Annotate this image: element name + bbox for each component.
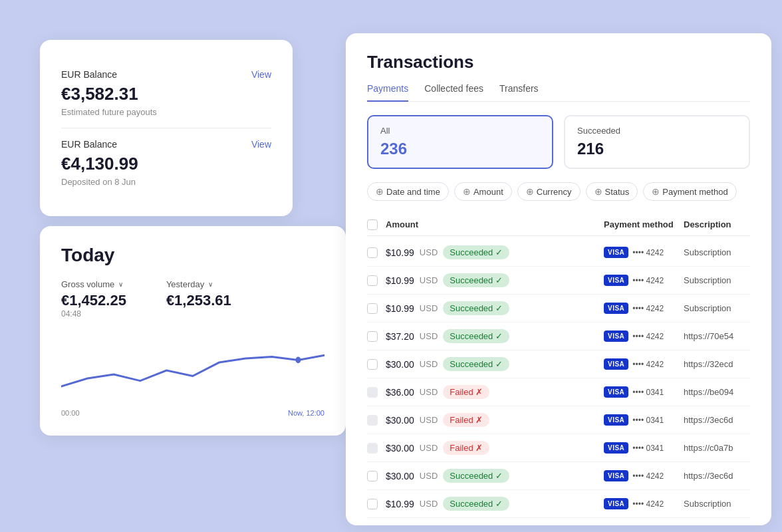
row-checkbox-cell	[367, 387, 386, 398]
visa-badge: VISA	[604, 358, 628, 370]
status-badge: Succeeded ✓	[443, 469, 509, 483]
view-link-2[interactable]: View	[251, 139, 271, 150]
status-badge: Failed ✗	[443, 441, 489, 455]
visa-badge: VISA	[604, 498, 628, 509]
amount-cell: $37.20 USD Succeeded ✓	[386, 329, 604, 343]
tab-transfers[interactable]: Transfers	[499, 83, 539, 102]
card-dots: •••• 0341	[632, 444, 664, 453]
gross-volume-metric: Gross volume ∨ €1,452.25 04:48	[61, 279, 126, 319]
table-row[interactable]: $30.00 USD Succeeded ✓ VISA •••• 4242 ht…	[367, 350, 750, 378]
row-checkbox[interactable]	[367, 387, 378, 398]
view-link-1[interactable]: View	[251, 69, 271, 80]
balance-sub-2: Deposited on 8 Jun	[61, 177, 271, 187]
yesterday-chevron-icon[interactable]: ∨	[208, 281, 213, 288]
col-check	[367, 219, 386, 230]
status-badge: Succeeded ✓	[443, 301, 509, 315]
transactions-title: Transactions	[367, 52, 750, 72]
amount-value: $37.20	[386, 331, 414, 342]
row-checkbox[interactable]	[367, 247, 378, 258]
summary-succeeded-label: Succeeded	[577, 126, 737, 136]
description-cell: https://70e54	[684, 331, 750, 341]
summary-all[interactable]: All 236	[367, 115, 553, 169]
filter-currency[interactable]: ⊕ Currency	[517, 182, 581, 201]
visa-badge: VISA	[604, 247, 628, 258]
table-row[interactable]: $37.20 USD Succeeded ✓ VISA •••• 4242 ht…	[367, 323, 750, 350]
balance-label-1: EUR Balance	[61, 69, 117, 80]
row-checkbox[interactable]	[367, 443, 378, 454]
table-row[interactable]: $30.00 USD Failed ✗ VISA •••• 0341 https…	[367, 434, 750, 462]
row-checkbox[interactable]	[367, 499, 378, 509]
description-cell: https://3ec6d	[684, 471, 750, 481]
chart-start-label: 00:00	[61, 409, 80, 417]
amount-value: $36.00	[386, 387, 414, 398]
transactions-card: Transactions Payments Collected fees Tra…	[346, 33, 771, 525]
filter-amount-label: Amount	[473, 187, 503, 197]
filter-date[interactable]: ⊕ Date and time	[367, 182, 449, 201]
balance-card: EUR Balance View €3,582.31 Estimated fut…	[40, 40, 293, 216]
row-checkbox[interactable]	[367, 303, 378, 314]
filter-status[interactable]: ⊕ Status	[586, 182, 638, 201]
balance-sub-1: Estimated future payouts	[61, 107, 271, 117]
card-dots: •••• 0341	[632, 388, 664, 397]
filter-amount[interactable]: ⊕ Amount	[454, 182, 512, 201]
currency-label: USD	[420, 331, 438, 341]
table-row[interactable]: $10.99 USD Succeeded ✓ VISA •••• 4242 Su…	[367, 490, 750, 518]
card-dots: •••• 4242	[632, 471, 664, 481]
table-row[interactable]: $10.99 USD Succeeded ✓ VISA •••• 4242 Su…	[367, 295, 750, 323]
tab-collected-fees[interactable]: Collected fees	[424, 83, 483, 102]
amount-cell: $30.00 USD Succeeded ✓	[386, 469, 604, 483]
summary-succeeded-value: 216	[577, 140, 737, 158]
balance-label-2: EUR Balance	[61, 139, 117, 150]
tab-payments[interactable]: Payments	[367, 83, 408, 102]
table-row[interactable]: $10.99 USD Succeeded ✓ VISA •••• 4242 Su…	[367, 239, 750, 267]
amount-value: $30.00	[386, 359, 414, 370]
amount-cell: $36.00 USD Failed ✗	[386, 385, 604, 399]
table-row[interactable]: $30.00 USD Failed ✗ VISA •••• 0341 https…	[367, 406, 750, 434]
chart-labels: 00:00 Now, 12:00	[61, 409, 325, 417]
summary-succeeded[interactable]: Succeeded 216	[564, 115, 750, 169]
description-cell: Subscription	[684, 303, 750, 313]
balance-amount-2: €4,130.99	[61, 154, 271, 174]
payment-cell: VISA •••• 4242	[604, 247, 684, 258]
header-checkbox[interactable]	[367, 219, 378, 230]
currency-label: USD	[420, 415, 438, 425]
visa-badge: VISA	[604, 386, 628, 398]
gross-volume-chevron-icon[interactable]: ∨	[118, 281, 123, 288]
payment-cell: VISA •••• 4242	[604, 498, 684, 509]
chart-container	[61, 327, 325, 406]
yesterday-value: €1,253.61	[166, 292, 231, 309]
today-title: Today	[61, 245, 325, 266]
gross-volume-time: 04:48	[61, 309, 126, 319]
description-cell: Subscription	[684, 275, 750, 285]
currency-label: USD	[420, 359, 438, 369]
amount-value: $10.99	[386, 499, 414, 509]
row-checkbox-cell	[367, 331, 386, 342]
amount-cell: $10.99 USD Succeeded ✓	[386, 273, 604, 287]
row-checkbox-cell	[367, 303, 386, 314]
payment-cell: VISA •••• 4242	[604, 275, 684, 286]
svg-point-0	[295, 357, 301, 364]
payment-cell: VISA •••• 4242	[604, 303, 684, 314]
row-checkbox[interactable]	[367, 331, 378, 342]
amount-value: $30.00	[386, 443, 414, 454]
amount-value: $10.99	[386, 247, 414, 258]
plus-icon: ⊕	[463, 186, 471, 197]
row-checkbox[interactable]	[367, 359, 378, 370]
filter-payment-method[interactable]: ⊕ Payment method	[643, 182, 736, 201]
row-checkbox-cell	[367, 359, 386, 370]
col-description-header: Description	[684, 219, 750, 230]
row-checkbox[interactable]	[367, 471, 378, 481]
payment-cell: VISA •••• 4242	[604, 358, 684, 370]
yesterday-label: Yesterday	[166, 279, 204, 289]
row-checkbox[interactable]	[367, 415, 378, 426]
today-card: Today Gross volume ∨ €1,452.25 04:48 Yes…	[40, 226, 346, 436]
visa-badge: VISA	[604, 275, 628, 286]
table-row[interactable]: $10.99 USD Succeeded ✓ VISA •••• 4242 Su…	[367, 267, 750, 295]
filter-date-label: Date and time	[386, 187, 440, 197]
table-row[interactable]: $30.00 USD Succeeded ✓ VISA •••• 4242 ht…	[367, 462, 750, 490]
visa-badge: VISA	[604, 442, 628, 454]
row-checkbox-cell	[367, 247, 386, 258]
description-cell: https://be094	[684, 387, 750, 397]
table-row[interactable]: $36.00 USD Failed ✗ VISA •••• 0341 https…	[367, 378, 750, 406]
row-checkbox[interactable]	[367, 275, 378, 286]
